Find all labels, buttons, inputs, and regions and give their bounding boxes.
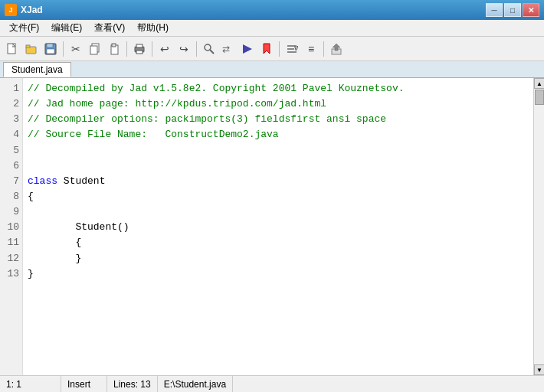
toolbar: ✂ ↩ ↪ ⇄ W ≡ [0,37,544,61]
app-window: J XJad ─ □ ✕ 文件(F) 编辑(E) 查看(V) 帮助(H) ✂ [0,0,544,392]
menu-bar: 文件(F) 编辑(E) 查看(V) 帮助(H) [0,20,544,37]
app-icon: J [5,4,17,16]
copy-button[interactable] [86,40,104,58]
find-button[interactable] [200,40,218,58]
menu-edit[interactable]: 编辑(E) [45,20,88,36]
scroll-up-arrow[interactable]: ▲ [534,78,544,89]
code-line: } [28,251,529,266]
code-line [28,158,529,174]
separator-5 [279,41,280,57]
code-line: // Decompiler options: packimports(3) fi… [28,112,529,127]
line-number: 4 [0,127,19,142]
status-filepath: E:\Student.java [158,376,233,392]
svg-marker-16 [243,44,252,54]
scroll-down-arrow[interactable]: ▼ [534,364,544,375]
menu-help[interactable]: 帮助(H) [131,20,175,36]
separator-1 [63,41,64,57]
line-number: 1 [0,81,19,96]
line-number: 8 [0,189,19,204]
redo-button[interactable]: ↪ [175,40,193,58]
code-editor[interactable]: 12345678910111213 // Decompiled by Jad v… [0,78,533,375]
title-bar: J XJad ─ □ ✕ [0,0,544,20]
separator-4 [196,41,197,57]
svg-rect-9 [112,44,116,47]
replace-button[interactable]: ⇄ [219,40,238,58]
window-controls: ─ □ ✕ [486,3,539,17]
svg-rect-4 [47,44,53,47]
separator-6 [323,41,324,57]
bookmark-button[interactable] [257,40,276,58]
code-line: { [28,189,529,204]
menu-file[interactable]: 文件(F) [3,20,45,36]
status-mode: Insert [61,376,107,392]
line-number: 9 [0,204,19,220]
save-button[interactable] [41,40,60,58]
svg-rect-12 [136,51,143,54]
line-number: 11 [0,235,19,250]
code-content[interactable]: // Decompiled by Jad v1.5.8e2. Copyright… [23,78,533,375]
code-line [28,143,529,158]
line-number: 13 [0,266,19,282]
minimize-button[interactable]: ─ [486,3,503,17]
close-button[interactable]: ✕ [523,3,539,17]
svg-rect-7 [90,46,97,54]
line-number: 3 [0,112,19,127]
print-button[interactable] [130,40,149,58]
code-line: // Jad home page: http://kpdus.tripod.co… [28,96,529,112]
undo-button[interactable]: ↩ [156,40,174,58]
open-button[interactable] [22,40,41,58]
line-number: 5 [0,143,19,158]
code-line: } [28,266,529,282]
line-number: 10 [0,220,19,235]
tab-student-java[interactable]: Student.java [3,62,71,77]
export-button[interactable] [327,40,346,58]
goto-button[interactable] [238,40,257,58]
separator-2 [126,41,127,57]
scroll-thumb[interactable] [535,90,544,105]
restore-button[interactable]: □ [504,3,521,17]
main-area: 12345678910111213 // Decompiled by Jad v… [0,78,544,375]
svg-text:W: W [294,44,298,52]
code-line: // Decompiled by Jad v1.5.8e2. Copyright… [28,81,529,96]
line-numbers: 12345678910111213 [0,78,23,375]
list-format-button[interactable]: ≡ [302,40,320,58]
line-number: 12 [0,251,19,266]
vertical-scrollbar[interactable]: ▲ ▼ [533,78,544,375]
svg-point-13 [205,44,211,51]
status-position: 1: 1 [0,376,61,392]
new-button[interactable] [3,40,21,58]
svg-rect-5 [47,49,54,54]
svg-line-14 [210,50,214,54]
svg-marker-17 [264,44,270,54]
separator-3 [152,41,152,57]
svg-text:⇄: ⇄ [222,44,230,54]
status-lines: Lines: 13 [107,376,158,392]
menu-view[interactable]: 查看(V) [88,20,131,36]
svg-rect-2 [26,45,30,47]
line-number: 7 [0,174,19,189]
paste-button[interactable] [105,40,123,58]
status-bar: 1: 1 Insert Lines: 13 E:\Student.java [0,375,544,392]
line-number: 6 [0,158,19,174]
align-button[interactable]: W [283,40,301,58]
tab-bar: Student.java [0,61,544,78]
window-title: XJad [21,5,486,15]
svg-rect-11 [136,44,143,47]
line-number: 2 [0,96,19,112]
code-line: // Source File Name: ConstructDemo2.java [28,127,529,142]
code-line: { [28,235,529,250]
cut-button[interactable]: ✂ [67,40,85,58]
code-line [28,204,529,220]
code-line: class Student [28,174,529,189]
code-line: Student() [28,220,529,235]
